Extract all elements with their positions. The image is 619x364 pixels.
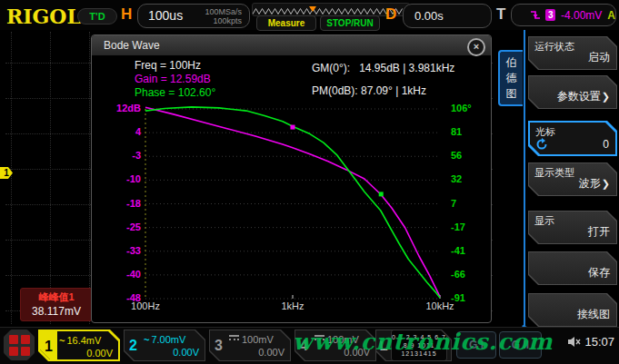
phase-tick-label: 106° (451, 103, 491, 113)
gain-readout: Gain = 12.59dB (135, 73, 211, 85)
channel2-offset: 0.00V (144, 346, 199, 359)
timebase-value[interactable]: 100us (148, 8, 183, 23)
phase-tick-label: -66 (451, 269, 491, 280)
phase-axis-labels: 106°8156327-17-41-66-91 (451, 109, 491, 299)
delay-pill[interactable]: 0.00s (403, 4, 492, 28)
rigol-logo: RIGOL (6, 5, 81, 28)
gain-tick-label: 12dB (92, 103, 141, 113)
sample-rate: 100MSa/s (205, 7, 242, 16)
sidebar-item-cursor[interactable]: 光标 0 (528, 121, 617, 156)
channel1-scale: 16.4mV (66, 335, 101, 346)
trigger-status-badge: T'D (77, 8, 117, 25)
dialog-title: Bode Wave (104, 39, 160, 52)
timebase-pill[interactable]: 100us 100MSa/s 100kpts (137, 4, 250, 28)
trigger-position-marker (309, 6, 316, 12)
delay-label: D (385, 5, 396, 24)
memory-depth: 100kpts (213, 16, 242, 25)
ac-coupling-icon: ~ (59, 335, 65, 346)
trigger-level-value[interactable]: -4.00mV (561, 9, 602, 22)
tab-char: 伯 (500, 55, 523, 71)
horizontal-label: H (121, 5, 132, 24)
generator2-button[interactable]: G II (499, 331, 542, 359)
channel1-offset: 0.00V (59, 347, 113, 359)
marker-pm-point (291, 125, 295, 130)
channel1-status[interactable]: 1 ~16.4mV 0.00V (38, 330, 120, 361)
sidebar-frame-line (524, 30, 525, 328)
sidebar-item-display[interactable]: 显示 打开 (528, 211, 617, 244)
bode-plot (145, 109, 440, 299)
close-icon[interactable]: × (467, 38, 485, 56)
oscilloscope-screen: RIGOL T'D H 100us 100MSa/s 100kpts Measu… (0, 0, 619, 364)
freq-tick-label: 100Hz (118, 300, 173, 311)
phase-tick-label: 7 (451, 198, 491, 209)
logic-channels-status[interactable]: L 0 1 2 3 4 5 6 7 8 9 1011 12131415 (375, 330, 452, 361)
channel2-number: 2 (125, 330, 142, 360)
phase-tick-label: 56 (451, 150, 491, 161)
channel-status-bar: 1 ~16.4mV 0.00V 2 ~7.00mV 0.00V 3 100mV … (0, 327, 619, 364)
gain-tick-label: -18 (92, 198, 141, 209)
trigger-source-badge: 3 (545, 9, 555, 21)
gain-tick-label: -40 (92, 269, 141, 280)
trigger-coupling: A (607, 9, 615, 22)
channel2-status[interactable]: 2 ~7.00mV 0.00V (124, 330, 205, 361)
dc-coupling-icon (229, 335, 239, 343)
clock: 15:07 (584, 335, 614, 349)
gain-tick-label: -3 (92, 150, 141, 161)
tab-char: 图 (500, 86, 523, 102)
marker-gm-point (379, 192, 384, 196)
falling-edge-trigger-icon (530, 9, 540, 21)
menu-grid-button[interactable] (4, 330, 35, 360)
gain-tick-label: 4 (92, 126, 141, 137)
chevron-right-icon: ❯ (602, 178, 610, 189)
freq-readout: Freq = 100Hz (135, 59, 201, 72)
channel3-offset: 0.00V (229, 346, 285, 359)
channel3-number: 3 (210, 330, 227, 360)
ac-coupling-icon: ~ (144, 334, 149, 345)
measurement-result-box: 峰峰值1 38.117mV (20, 288, 93, 321)
phase-margin-readout: PM(0dB): 87.09° | 1kHz (312, 84, 426, 97)
gain-tick-label: -25 (92, 221, 141, 232)
channel3-scale: 100mV (242, 334, 274, 345)
dialog-header[interactable]: Bode Wave × (92, 35, 491, 55)
peak-to-peak-value: 38.117mV (21, 305, 92, 318)
chevron-right-icon: ❯ (602, 91, 610, 102)
phase-tick-label: 81 (451, 126, 491, 137)
top-status-bar: RIGOL T'D H 100us 100MSa/s 100kpts Measu… (0, 0, 619, 30)
gain-margin-readout: GM(0°): 14.95dB | 3.981kHz (312, 62, 454, 74)
phase-readout: Phase = 102.60° (135, 86, 215, 99)
measure-button[interactable]: Measure (256, 15, 316, 31)
sidebar-item-display-type[interactable]: 显示类型 波形❯ (528, 162, 617, 196)
freq-tick-label: 1kHz (265, 300, 320, 311)
clock-area: 15:07 (567, 335, 614, 349)
phase-tick-label: -41 (451, 245, 491, 256)
trigger-label: T (496, 5, 505, 24)
stop-run-button[interactable]: STOP/RUN (320, 15, 380, 31)
gain-tick-label: -33 (92, 245, 141, 256)
channel1-number: 1 (40, 331, 57, 359)
gain-curve (145, 107, 440, 297)
sidebar-item-run-state[interactable]: 运行状态 启动 (528, 36, 617, 70)
bode-wave-dialog: Bode Wave × Freq = 100Hz Gain = 12.59dB … (91, 34, 492, 323)
gain-axis-labels: 12dB4-3-10-18-25-33-40-48 (92, 109, 141, 299)
channel4-scale: 100mV (327, 334, 359, 345)
trigger-pill[interactable]: 3 -4.00mV A (511, 4, 616, 26)
channel4-number: 4 (295, 330, 313, 360)
bode-menu-tab[interactable]: 伯 德 图 (498, 50, 523, 106)
rotate-knob-icon (535, 138, 548, 151)
channel4-offset: 0.00V (314, 346, 370, 359)
sidebar-item-wiring-diagram[interactable]: 接线图 (528, 293, 617, 327)
phase-curve (145, 107, 440, 298)
sidebar-item-save[interactable]: 保存 (528, 251, 617, 285)
menu-sidebar: 伯 德 图 运行状态 启动 参数设置❯ 光标 0 显示类型 波形❯ 显示 打开 … (495, 30, 619, 333)
tab-char: 德 (500, 71, 523, 86)
dc-coupling-icon (314, 335, 324, 343)
logic-digits-row2: 8 9 1011 12131415 (392, 341, 446, 358)
phase-tick-label: 32 (451, 173, 491, 184)
generator1-button[interactable]: G I (456, 331, 496, 359)
channel4-status[interactable]: 4 100mV 0.00V (295, 330, 376, 361)
sidebar-item-parameter-settings[interactable]: 参数设置❯ (528, 75, 617, 109)
channel3-status[interactable]: 3 100mV 0.00V (209, 330, 291, 361)
peak-to-peak-label: 峰峰值1 (21, 290, 92, 304)
gain-tick-label: -10 (92, 173, 141, 184)
delay-value[interactable]: 0.00s (414, 9, 444, 23)
